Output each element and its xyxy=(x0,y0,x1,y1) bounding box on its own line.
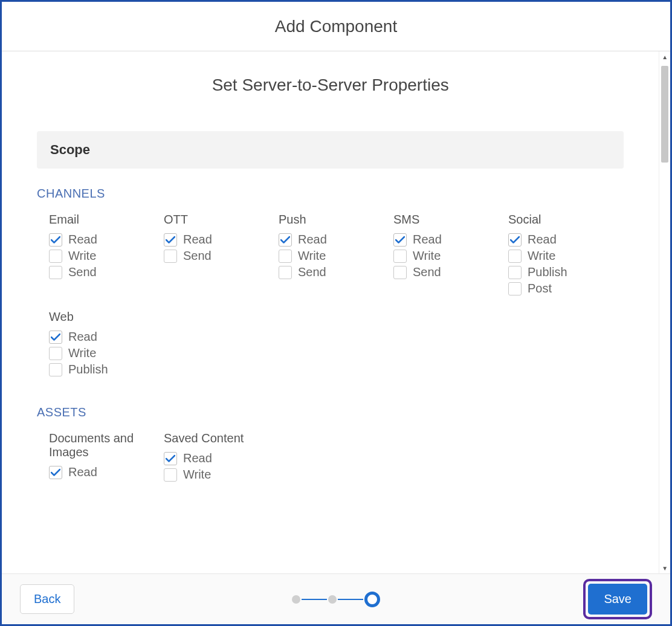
scope-option-row: Send xyxy=(164,249,279,263)
scope-option-row: Read xyxy=(49,465,164,479)
scope-option-row: Post xyxy=(508,282,623,295)
scope-option-row: Read xyxy=(164,233,279,247)
scope-column-title: OTT xyxy=(164,213,279,227)
checkbox[interactable] xyxy=(49,347,62,360)
checkbox-label: Read xyxy=(68,233,97,247)
checkbox[interactable] xyxy=(393,250,407,263)
group-label-channels: CHANNELS xyxy=(37,187,624,201)
checkbox[interactable] xyxy=(279,266,292,279)
content-wrap: Set Server-to-Server Properties Scope CH… xyxy=(2,51,670,573)
checkbox-label: Write xyxy=(413,249,441,263)
checkbox[interactable] xyxy=(279,250,292,263)
checkbox-label: Read xyxy=(413,233,442,247)
scope-option-row: Read xyxy=(49,330,164,344)
scope-column-title: Saved Content xyxy=(164,431,279,445)
checkbox[interactable] xyxy=(508,282,522,295)
checkbox-label: Read xyxy=(528,233,557,247)
scope-column: WebReadWritePublish xyxy=(49,306,164,379)
content-area: Set Server-to-Server Properties Scope CH… xyxy=(2,51,659,573)
save-button[interactable]: Save xyxy=(588,584,647,615)
checkbox[interactable] xyxy=(164,233,177,247)
scope-option-row: Send xyxy=(49,265,164,279)
scope-column: SocialReadWritePublishPost xyxy=(508,209,623,298)
checkbox-label: Publish xyxy=(528,265,567,279)
scope-option-row: Write xyxy=(49,346,164,360)
checkbox[interactable] xyxy=(279,233,292,247)
checkbox-label: Send xyxy=(413,265,441,279)
scroll-thumb[interactable] xyxy=(661,66,668,163)
checkbox-label: Write xyxy=(68,249,96,263)
scope-column-title: Web xyxy=(49,310,164,324)
checkbox[interactable] xyxy=(164,452,177,465)
scope-option-row: Send xyxy=(393,265,508,279)
scope-option-row: Read xyxy=(279,233,393,247)
step-dot-2 xyxy=(328,595,337,604)
scope-option-row: Read xyxy=(508,233,623,247)
checkbox[interactable] xyxy=(393,233,407,247)
checkbox-label: Read xyxy=(183,233,212,247)
checkbox-label: Write xyxy=(183,468,211,482)
checkbox[interactable] xyxy=(49,331,62,344)
scrollbar-vertical[interactable]: ▲ ▼ xyxy=(659,51,670,573)
checkbox[interactable] xyxy=(508,250,522,263)
checkbox-label: Read xyxy=(183,451,212,465)
scope-column: OTTReadSend xyxy=(164,209,279,298)
scroll-down-icon[interactable]: ▼ xyxy=(659,563,670,573)
scope-option-row: Publish xyxy=(508,265,623,279)
checkbox-label: Send xyxy=(68,265,97,279)
checkbox[interactable] xyxy=(508,233,522,247)
scope-option-row: Read xyxy=(49,233,164,247)
scope-column-title: Push xyxy=(279,213,393,227)
checkbox-label: Write xyxy=(528,249,555,263)
checkbox-label: Send xyxy=(183,249,212,263)
checkbox-label: Read xyxy=(68,330,97,344)
scope-column-title: Email xyxy=(49,213,164,227)
section-header-scope: Scope xyxy=(37,131,624,169)
save-button-highlight: Save xyxy=(583,579,652,619)
assets-grid: Documents and ImagesReadSaved ContentRea… xyxy=(49,428,624,492)
checkbox-label: Publish xyxy=(68,363,108,376)
step-dot-1 xyxy=(292,595,300,604)
progress-stepper xyxy=(292,592,380,607)
checkbox-label: Read xyxy=(298,233,327,247)
checkbox[interactable] xyxy=(164,250,177,263)
scope-option-row: Publish xyxy=(49,363,164,376)
dialog-footer: Back Save xyxy=(2,573,670,624)
checkbox[interactable] xyxy=(49,250,62,263)
checkbox[interactable] xyxy=(508,266,522,279)
checkbox[interactable] xyxy=(49,363,62,376)
scope-option-row: Write xyxy=(164,468,279,482)
checkbox-label: Write xyxy=(68,346,96,360)
scope-option-row: Write xyxy=(49,249,164,263)
checkbox-label: Send xyxy=(298,265,326,279)
step-line xyxy=(338,599,363,600)
channels-grid: EmailReadWriteSendOTTReadSendPushReadWri… xyxy=(49,209,624,387)
scope-column-title: SMS xyxy=(393,213,508,227)
window-title: Add Component xyxy=(2,2,670,51)
scope-column: Saved ContentReadWrite xyxy=(164,428,279,484)
scope-option-row: Write xyxy=(508,249,623,263)
scope-column: EmailReadWriteSend xyxy=(49,209,164,298)
back-button[interactable]: Back xyxy=(20,584,74,614)
checkbox-label: Read xyxy=(68,465,97,479)
checkbox[interactable] xyxy=(164,468,177,482)
page-subtitle: Set Server-to-Server Properties xyxy=(37,76,624,95)
checkbox[interactable] xyxy=(49,266,62,279)
scroll-up-icon[interactable]: ▲ xyxy=(659,51,670,62)
scope-column-title: Documents and Images xyxy=(49,431,164,459)
scope-column: SMSReadWriteSend xyxy=(393,209,508,298)
checkbox[interactable] xyxy=(393,266,407,279)
scope-option-row: Read xyxy=(393,233,508,247)
scope-option-row: Send xyxy=(279,265,393,279)
scope-option-row: Write xyxy=(279,249,393,263)
step-current-ring xyxy=(364,592,380,607)
checkbox-label: Post xyxy=(528,282,552,295)
step-line xyxy=(302,599,327,600)
checkbox[interactable] xyxy=(49,233,62,247)
scope-option-row: Read xyxy=(164,451,279,465)
group-label-assets: ASSETS xyxy=(37,405,624,419)
dialog-window: Add Component Set Server-to-Server Prope… xyxy=(0,0,672,626)
checkbox[interactable] xyxy=(49,466,62,479)
checkbox-label: Write xyxy=(298,249,326,263)
scope-column-title: Social xyxy=(508,213,623,227)
